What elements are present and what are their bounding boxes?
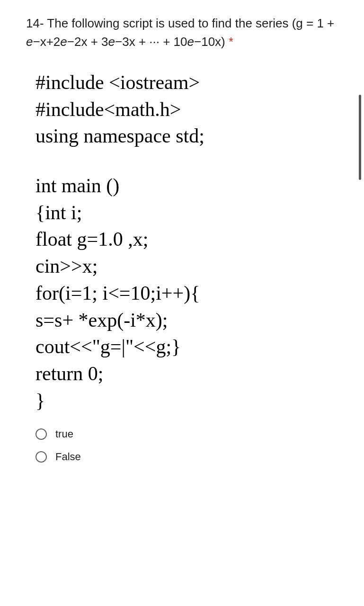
formula-e2: e [60, 35, 67, 49]
formula-exp4: −10x [194, 35, 221, 49]
formula-exp2: −2x [67, 35, 88, 49]
option-label-true: true [55, 428, 73, 440]
code-line-2: #include<math.h> [36, 96, 340, 123]
code-line-11: return 0; [36, 360, 340, 387]
radio-icon [36, 451, 47, 463]
formula-p3: +2 [46, 35, 61, 49]
code-line-4: int main () [36, 172, 340, 199]
code-line-1: #include <iostream> [36, 69, 340, 96]
required-asterisk: * [225, 35, 233, 49]
code-line-9: s=s+ *exp(-i*x); [36, 307, 340, 334]
option-false[interactable]: False [36, 451, 340, 463]
code-line-8: for(i=1; i<=10;i++){ [36, 280, 340, 307]
formula-e4: e [187, 35, 194, 49]
formula-e3: e [108, 35, 115, 49]
code-line-5: {int i; [36, 199, 340, 226]
formula-exp3: −3x [115, 35, 135, 49]
formula-p12: ) [221, 35, 225, 49]
code-line-12: } [36, 387, 340, 414]
code-line-3: using namespace std; [36, 123, 340, 150]
formula-exp1: −x [33, 35, 46, 49]
question-text: 14- The following script is used to find… [26, 14, 340, 51]
question-prefix: 14- The following script is used to find… [26, 16, 334, 30]
options-group: true False [26, 428, 340, 463]
code-block: #include <iostream> #include<math.h> usi… [26, 69, 340, 414]
scrollbar[interactable] [359, 95, 361, 180]
code-line-10: cout<<"g=|"<<g;} [36, 333, 340, 360]
code-line-7: cin>>x; [36, 253, 340, 280]
option-label-false: False [55, 451, 81, 463]
formula-p6: + 3 [87, 35, 108, 49]
formula-e1: e [26, 35, 33, 49]
formula-p9: + ··· + 10 [135, 35, 187, 49]
radio-icon [36, 428, 47, 440]
option-true[interactable]: true [36, 428, 340, 440]
code-line-6: float g=1.0 ,x; [36, 226, 340, 253]
